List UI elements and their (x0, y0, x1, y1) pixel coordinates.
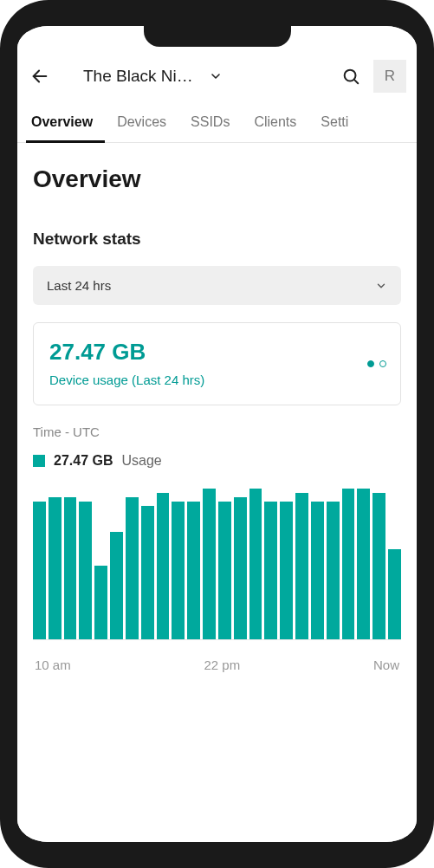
avatar-initial: R (385, 68, 395, 85)
chart-bar (157, 493, 170, 639)
legend-swatch (33, 455, 45, 467)
chart-bar (234, 497, 247, 639)
chart-bar (94, 566, 107, 639)
x-tick: 22 pm (204, 657, 240, 672)
card-pager (367, 360, 386, 367)
chart-bar (264, 502, 277, 639)
stat-value: 27.47 GB (49, 339, 385, 366)
stat-subtitle: Device usage (Last 24 hrs) (49, 372, 385, 387)
chart-bar (249, 489, 262, 639)
chart-bar (187, 502, 200, 639)
search-icon (341, 67, 360, 86)
usage-bar-chart (33, 484, 401, 640)
chart-bar (172, 502, 185, 639)
pager-dot-active[interactable] (367, 360, 374, 367)
chart-bar (203, 489, 216, 639)
pager-dot[interactable] (379, 360, 386, 367)
tab-ssids[interactable]: SSIDs (178, 102, 242, 142)
chart-bar (372, 493, 385, 639)
avatar[interactable]: R (373, 60, 406, 93)
chevron-down-icon (375, 280, 387, 292)
chart-x-axis: 10 am 22 pm Now (33, 657, 401, 672)
chart-legend: 27.47 GB Usage (33, 453, 401, 469)
stat-card[interactable]: 27.47 GB Device usage (Last 24 hrs) (33, 322, 401, 405)
chart-bar (49, 497, 62, 639)
chart-bar (327, 502, 340, 639)
chevron-down-icon (209, 69, 223, 83)
network-selector[interactable]: The Black Ni… (83, 67, 223, 86)
tab-overview[interactable]: Overview (26, 102, 105, 142)
svg-line-2 (354, 80, 358, 83)
time-range-value: Last 24 hrs (47, 278, 111, 293)
legend-value: 27.47 GB (54, 453, 113, 469)
chart-bar (110, 532, 123, 639)
chart-bar (357, 489, 370, 639)
tab-settings[interactable]: Setti (308, 102, 360, 142)
x-tick: Now (373, 657, 399, 672)
x-tick: 10 am (35, 657, 71, 672)
tab-devices[interactable]: Devices (105, 102, 178, 142)
tab-bar: Overview Devices SSIDs Clients Setti (17, 102, 417, 143)
chart-bar (342, 489, 355, 639)
chart-bar (33, 502, 46, 639)
back-button[interactable] (23, 59, 57, 94)
network-title: The Black Ni… (83, 67, 193, 86)
chart-bar (64, 497, 77, 639)
page-title: Overview (33, 165, 401, 193)
chart-bar (79, 502, 92, 639)
legend-name: Usage (121, 453, 161, 469)
chart-bar (388, 549, 401, 639)
chart-bar (295, 493, 308, 639)
time-range-select[interactable]: Last 24 hrs (33, 266, 401, 305)
chart-bar (311, 502, 324, 639)
chart-bar (141, 506, 154, 639)
top-bar: The Black Ni… R (17, 55, 417, 102)
timezone-label: Time - UTC (33, 424, 401, 439)
section-title: Network stats (33, 230, 401, 249)
chart-bar (218, 502, 231, 639)
arrow-left-icon (30, 67, 49, 86)
tab-clients[interactable]: Clients (242, 102, 308, 142)
chart-bar (280, 502, 293, 639)
search-button[interactable] (334, 59, 368, 94)
chart-bar (126, 497, 139, 639)
